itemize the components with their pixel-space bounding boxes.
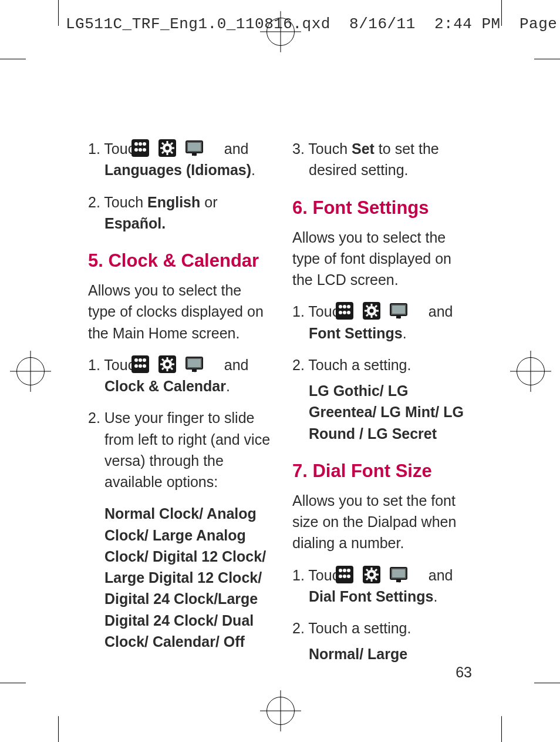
text: . bbox=[403, 325, 407, 341]
sec6-options: LG Gothic/ LG Greentea/ LG Mint/ LG Roun… bbox=[309, 380, 475, 444]
registration-mark-icon bbox=[517, 357, 545, 385]
text: and bbox=[220, 140, 249, 157]
registration-mark-icon bbox=[266, 18, 295, 46]
section-7-intro: Allows you to set the font size on the D… bbox=[292, 490, 475, 554]
sec7-step-1: 1. Touch , , and Dial Font Settings. bbox=[292, 565, 475, 607]
text: and bbox=[220, 357, 249, 373]
sec5-step-2: 2. Use your finger to slide from left to… bbox=[88, 407, 271, 492]
registration-mark-icon bbox=[16, 357, 45, 385]
display-screen-icon bbox=[202, 355, 220, 373]
text: and bbox=[424, 303, 453, 320]
sec5-options: Normal Clock/ Analog Clock/ Large Analog… bbox=[104, 503, 271, 652]
text: 2. Touch bbox=[88, 194, 147, 210]
menu-item-label: Dial Font Settings bbox=[309, 588, 434, 605]
lang-step-1: 1. Touch , , and Languages (Idiomas). bbox=[88, 138, 271, 181]
text: . bbox=[434, 588, 438, 605]
display-screen-icon bbox=[406, 566, 424, 583]
left-column: 1. Touch , , and Languages (Idiomas). 2.… bbox=[88, 138, 271, 676]
display-screen-icon bbox=[406, 302, 424, 320]
page-body: 1. Touch , , and Languages (Idiomas). 2.… bbox=[88, 138, 475, 676]
section-6-heading: 6. Font Settings bbox=[292, 197, 475, 219]
section-7-heading: 7. Dial Font Size bbox=[292, 461, 475, 482]
crop-mark bbox=[0, 59, 26, 59]
crop-mark bbox=[0, 683, 26, 683]
crop-mark bbox=[501, 716, 502, 742]
text: or bbox=[200, 194, 217, 210]
text: and bbox=[424, 567, 453, 583]
sec7-options: Normal/ Large bbox=[309, 643, 475, 664]
step-3: 3. Touch Set to set the desired setting. bbox=[292, 138, 475, 181]
section-5-intro: Allows you to select the type of clocks … bbox=[88, 280, 271, 344]
crop-mark bbox=[58, 716, 59, 742]
crop-mark bbox=[534, 59, 560, 59]
right-column: 3. Touch Set to set the desired setting.… bbox=[292, 138, 475, 676]
icon-sequence: , , bbox=[352, 567, 424, 583]
menu-item-label: Languages (Idiomas) bbox=[104, 162, 251, 178]
menu-item-label: Clock & Calendar bbox=[104, 378, 226, 394]
text: . bbox=[226, 378, 230, 394]
lang-step-2: 2. Touch English or Español. bbox=[88, 192, 271, 234]
text: . bbox=[251, 162, 255, 178]
display-screen-icon bbox=[202, 139, 220, 157]
sec6-step-2: 2. Touch a setting. bbox=[292, 354, 475, 375]
icon-sequence: , , bbox=[147, 357, 220, 373]
icon-sequence: , , bbox=[352, 303, 424, 320]
option-label: English bbox=[147, 194, 200, 210]
crop-mark bbox=[534, 683, 560, 683]
crop-mark bbox=[501, 0, 502, 26]
page-number: 63 bbox=[456, 664, 472, 681]
button-label: Set bbox=[352, 140, 375, 157]
crop-mark bbox=[58, 0, 59, 26]
sec7-step-2: 2. Touch a setting. bbox=[292, 617, 475, 639]
section-6-intro: Allows you to select the type of font di… bbox=[292, 227, 475, 291]
icon-sequence: , , bbox=[147, 140, 220, 157]
sec6-step-1: 1. Touch , , and Font Settings. bbox=[292, 301, 475, 344]
sec5-step-1: 1. Touch , , and Clock & Calendar. bbox=[88, 354, 271, 397]
option-label: Español. bbox=[104, 215, 166, 231]
registration-mark-icon bbox=[266, 697, 295, 725]
menu-item-label: Font Settings bbox=[309, 325, 403, 341]
text: 3. Touch bbox=[292, 140, 352, 157]
section-5-heading: 5. Clock & Calendar bbox=[88, 250, 271, 271]
